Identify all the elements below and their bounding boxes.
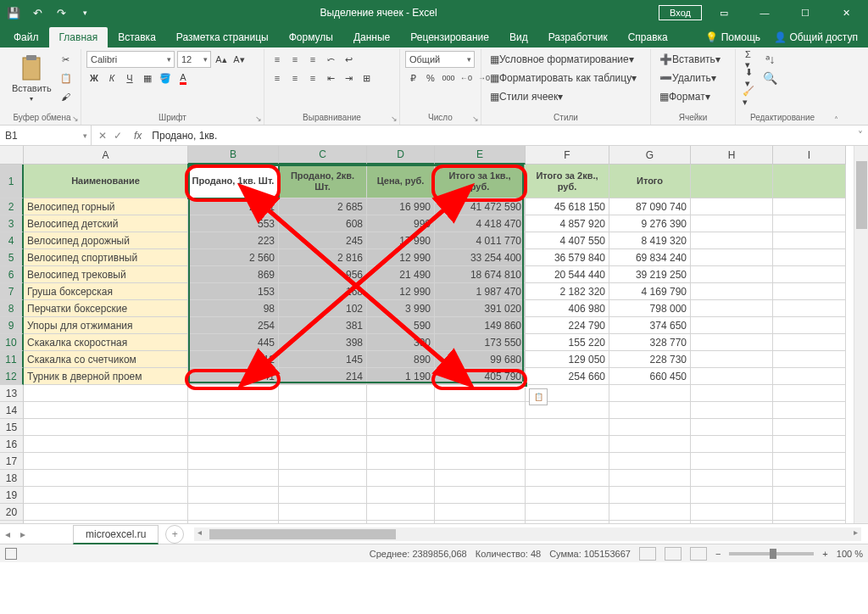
data-cell[interactable]	[691, 368, 773, 385]
empty-cell[interactable]	[526, 487, 609, 504]
undo-icon[interactable]: ↶	[31, 6, 44, 20]
empty-cell[interactable]	[691, 419, 773, 436]
wrap-text-icon[interactable]: ↩	[341, 51, 356, 68]
data-cell[interactable]: 3 990	[367, 300, 435, 317]
signin-button[interactable]: Вход	[659, 5, 702, 20]
empty-cell[interactable]	[367, 402, 435, 419]
row-header[interactable]: 7	[0, 283, 24, 300]
autosum-icon[interactable]: Σ ▾	[741, 51, 756, 68]
data-cell[interactable]	[773, 368, 846, 385]
data-cell[interactable]: 405 790	[435, 368, 526, 385]
data-cell[interactable]: 1 190	[367, 368, 435, 385]
empty-cell[interactable]	[367, 521, 435, 523]
empty-cell[interactable]	[279, 487, 367, 504]
data-cell[interactable]: 4 418 470	[435, 215, 526, 232]
empty-cell[interactable]	[367, 436, 435, 453]
header-cell[interactable]: Итого за 1кв., руб.	[435, 165, 526, 198]
column-header[interactable]: H	[691, 146, 773, 165]
empty-cell[interactable]	[435, 419, 526, 436]
data-cell[interactable]	[691, 266, 773, 283]
empty-cell[interactable]	[188, 521, 279, 523]
data-cell[interactable]: 168	[279, 283, 367, 300]
row-header[interactable]: 8	[0, 300, 24, 317]
column-header[interactable]: E	[435, 146, 526, 165]
empty-cell[interactable]	[773, 436, 846, 453]
empty-cell[interactable]	[691, 385, 773, 402]
data-cell[interactable]: 374 650	[609, 317, 691, 334]
data-cell[interactable]: 39 219 250	[609, 266, 691, 283]
data-cell[interactable]: 17 990	[367, 232, 435, 249]
dialog-launcher-icon[interactable]: ↘	[72, 114, 79, 123]
row-header[interactable]: 12	[0, 368, 24, 385]
worksheet[interactable]: ABCDEFGHI 123456789101112131415161718192…	[0, 146, 868, 523]
empty-cell[interactable]	[526, 436, 609, 453]
data-cell[interactable]	[691, 198, 773, 215]
data-cell[interactable]	[691, 215, 773, 232]
fx-icon[interactable]: fx	[129, 130, 147, 142]
empty-cell[interactable]	[691, 487, 773, 504]
cancel-formula-icon[interactable]: ✕	[98, 130, 107, 142]
fill-icon[interactable]: ⬇ ▾	[741, 70, 756, 87]
row-header[interactable]: 17	[0, 453, 24, 470]
font-color-icon[interactable]: А	[175, 70, 191, 87]
page-layout-view-icon[interactable]	[665, 547, 682, 561]
empty-cell[interactable]	[24, 521, 188, 523]
data-cell[interactable]: 245	[279, 232, 367, 249]
empty-cell[interactable]	[609, 402, 691, 419]
data-cell[interactable]: 4 169 790	[609, 283, 691, 300]
align-left-icon[interactable]: ≡	[270, 70, 285, 87]
empty-cell[interactable]	[691, 521, 773, 523]
dialog-launcher-icon[interactable]: ↘	[255, 114, 262, 123]
currency-icon[interactable]: ₽	[405, 70, 420, 87]
empty-cell[interactable]	[279, 453, 367, 470]
number-format-combo[interactable]: Общий	[405, 51, 475, 68]
empty-cell[interactable]	[526, 419, 609, 436]
data-cell[interactable]: 341	[188, 368, 279, 385]
empty-cell[interactable]	[609, 419, 691, 436]
empty-cell[interactable]	[773, 521, 846, 523]
cell-styles-button[interactable]: ▦ Стили ячеек ▾	[487, 88, 566, 105]
data-cell[interactable]	[773, 249, 846, 266]
data-cell[interactable]: 4 011 770	[435, 232, 526, 249]
tab-review[interactable]: Рецензирование	[400, 27, 499, 47]
name-cell[interactable]: Перчатки боксерские	[24, 300, 188, 317]
empty-cell[interactable]	[435, 487, 526, 504]
data-cell[interactable]: 9 276 390	[609, 215, 691, 232]
ribbon-options-icon[interactable]: ▭	[705, 0, 743, 25]
close-icon[interactable]: ✕	[827, 0, 865, 25]
insert-cells-button[interactable]: ➕ Вставить ▾	[656, 51, 724, 68]
save-icon[interactable]: 💾	[7, 6, 20, 20]
data-cell[interactable]: 660 450	[609, 368, 691, 385]
empty-cell[interactable]	[24, 436, 188, 453]
name-cell[interactable]: Велосипед трековый	[24, 266, 188, 283]
data-cell[interactable]	[773, 317, 846, 334]
data-cell[interactable]: 153	[188, 283, 279, 300]
tab-data[interactable]: Данные	[343, 27, 400, 47]
italic-button[interactable]: К	[104, 70, 120, 87]
empty-cell[interactable]	[691, 453, 773, 470]
row-header[interactable]: 2	[0, 198, 24, 215]
row-header[interactable]: 11	[0, 351, 24, 368]
clear-icon[interactable]: 🧹 ▾	[741, 88, 756, 105]
header-cell[interactable]: Продано, 1кв. Шт.	[188, 165, 279, 198]
tab-nav-next-icon[interactable]: ▸	[15, 528, 31, 540]
data-cell[interactable]	[773, 266, 846, 283]
name-box[interactable]: B1	[0, 126, 92, 145]
sort-filter-icon[interactable]: ᵃ↓	[760, 51, 781, 68]
data-cell[interactable]: 553	[188, 215, 279, 232]
empty-cell[interactable]	[24, 470, 188, 487]
format-table-button[interactable]: ▦ Форматировать как таблицу ▾	[487, 70, 640, 87]
data-cell[interactable]	[691, 283, 773, 300]
data-cell[interactable]	[773, 198, 846, 215]
column-header[interactable]: G	[609, 146, 691, 165]
tellme[interactable]: 💡 Помощь	[698, 27, 767, 47]
expand-formula-icon[interactable]: ˅	[853, 130, 868, 142]
empty-cell[interactable]	[367, 419, 435, 436]
header-cell[interactable]	[773, 165, 846, 198]
decrease-font-icon[interactable]: A▾	[231, 51, 247, 68]
empty-cell[interactable]	[279, 402, 367, 419]
font-size-combo[interactable]: 12	[177, 51, 211, 68]
indent-decrease-icon[interactable]: ⇤	[323, 70, 338, 87]
empty-cell[interactable]	[367, 504, 435, 521]
empty-cell[interactable]	[188, 470, 279, 487]
